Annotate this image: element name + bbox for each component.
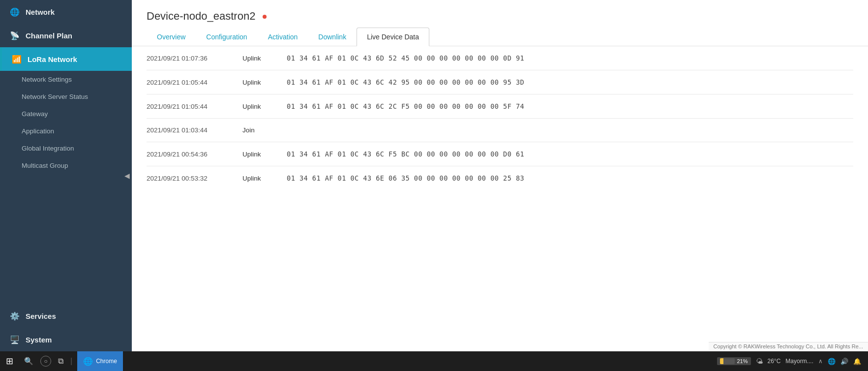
separator: | bbox=[70, 357, 72, 366]
row-payload: 01 34 61 AF 01 0C 43 6D 52 45 00 00 00 0… bbox=[287, 54, 524, 62]
chrome-label: Chrome bbox=[96, 358, 117, 365]
table-row: 2021/09/21 01:05:44Uplink01 34 61 AF 01 … bbox=[147, 70, 853, 94]
channel-plan-icon: 📡 bbox=[10, 31, 20, 40]
battery-fill bbox=[720, 358, 723, 364]
tab-live-device-data[interactable]: Live Device Data bbox=[357, 28, 429, 46]
tabs-bar: Overview Configuration Activation Downli… bbox=[147, 28, 853, 46]
row-type: Uplink bbox=[242, 79, 272, 86]
row-type: Uplink bbox=[242, 151, 272, 158]
table-row: 2021/09/21 00:54:36Uplink01 34 61 AF 01 … bbox=[147, 142, 853, 166]
status-dot bbox=[263, 15, 267, 19]
tab-configuration[interactable]: Configuration bbox=[196, 28, 257, 46]
row-type: Uplink bbox=[242, 175, 272, 182]
row-timestamp: 2021/09/21 01:03:44 bbox=[147, 126, 228, 134]
services-icon: ⚙️ bbox=[10, 311, 20, 321]
table-row: 2021/09/21 00:53:32Uplink01 34 61 AF 01 … bbox=[147, 166, 853, 190]
network-tray-icon: 🌐 bbox=[828, 358, 836, 365]
row-payload: 01 34 61 AF 01 0C 43 6E 06 35 00 00 00 0… bbox=[287, 174, 524, 182]
page-title: Device-nodo_eastron2 bbox=[147, 10, 853, 23]
weather-icon: 🌤 bbox=[756, 357, 763, 365]
row-timestamp: 2021/09/21 01:07:36 bbox=[147, 55, 228, 62]
table-row: 2021/09/21 01:07:36Uplink01 34 61 AF 01 … bbox=[147, 46, 853, 70]
taskbar-start[interactable]: ⊞ bbox=[0, 351, 19, 371]
row-type: Uplink bbox=[242, 103, 272, 110]
tab-downlink[interactable]: Downlink bbox=[308, 28, 357, 46]
task-view-icon[interactable]: ⧉ bbox=[58, 357, 63, 366]
sidebar-collapse-button[interactable]: ◀ bbox=[122, 167, 132, 184]
page-header: Device-nodo_eastron2 Overview Configurat… bbox=[132, 0, 868, 46]
copyright-text: Copyright © RAKWireless Technology Co., … bbox=[709, 342, 868, 350]
sidebar-item-system[interactable]: 🖥️ System bbox=[0, 328, 132, 351]
taskbar: ⊞ 🔍 ○ ⧉ | 🌐 Chrome 21% 🌤 26°C Mayorm....… bbox=[0, 351, 868, 371]
lora-network-icon: 📶 bbox=[12, 54, 22, 64]
sidebar-subitem-multicast-group[interactable]: Multicast Group bbox=[0, 157, 132, 174]
sidebar-item-lora-network[interactable]: 📶 LoRa Network bbox=[0, 47, 132, 71]
network-icon: 🌐 bbox=[10, 7, 20, 17]
table-row: 2021/09/21 01:05:44Uplink01 34 61 AF 01 … bbox=[147, 94, 853, 119]
taskbar-app-chrome[interactable]: 🌐 Chrome bbox=[77, 351, 123, 371]
row-timestamp: 2021/09/21 00:54:36 bbox=[147, 151, 228, 158]
row-payload: 01 34 61 AF 01 0C 43 6C 42 95 00 00 00 0… bbox=[287, 78, 524, 86]
start-icon[interactable]: ⊞ bbox=[6, 356, 13, 367]
table-row: 2021/09/21 01:03:44Join bbox=[147, 119, 853, 142]
system-icon: 🖥️ bbox=[10, 335, 20, 344]
row-timestamp: 2021/09/21 01:05:44 bbox=[147, 103, 228, 110]
battery-bar bbox=[720, 358, 735, 364]
row-payload: 01 34 61 AF 01 0C 43 6C F5 BC 00 00 00 0… bbox=[287, 150, 524, 158]
volume-tray-icon: 🔊 bbox=[840, 358, 848, 365]
sidebar-item-channel-plan[interactable]: 📡 Channel Plan bbox=[0, 24, 132, 47]
temperature: 26°C bbox=[768, 358, 781, 365]
sidebar-item-network[interactable]: 🌐 Network bbox=[0, 0, 132, 24]
tab-activation[interactable]: Activation bbox=[258, 28, 308, 46]
location: Mayorm.... bbox=[785, 358, 813, 365]
sidebar-subitem-network-server-status[interactable]: Network Server Status bbox=[0, 88, 132, 105]
system-tray-arrow[interactable]: ∧ bbox=[818, 358, 823, 365]
battery-indicator: 21% bbox=[717, 357, 750, 365]
battery-percent: 21% bbox=[737, 358, 748, 364]
search-icon[interactable]: 🔍 bbox=[24, 357, 33, 366]
cortana-icon[interactable]: ○ bbox=[40, 356, 51, 367]
taskbar-right: 21% 🌤 26°C Mayorm.... ∧ 🌐 🔊 🔔 bbox=[710, 351, 868, 371]
sidebar-subitem-application[interactable]: Application bbox=[0, 123, 132, 140]
sidebar-subitem-network-settings[interactable]: Network Settings bbox=[0, 71, 132, 88]
taskbar-quick-icons: 🔍 ○ ⧉ | bbox=[19, 351, 77, 371]
sidebar-subitem-global-integration[interactable]: Global Integration bbox=[0, 140, 132, 157]
tab-overview[interactable]: Overview bbox=[147, 28, 196, 46]
sidebar: 🌐 Network 📡 Channel Plan 📶 LoRa Network … bbox=[0, 0, 132, 351]
main-content: Device-nodo_eastron2 Overview Configurat… bbox=[132, 0, 868, 371]
sidebar-subitem-gateway[interactable]: Gateway bbox=[0, 105, 132, 123]
row-type: Uplink bbox=[242, 55, 272, 62]
row-timestamp: 2021/09/21 01:05:44 bbox=[147, 79, 228, 86]
chrome-icon: 🌐 bbox=[83, 357, 93, 366]
sidebar-item-services[interactable]: ⚙️ Services bbox=[0, 304, 132, 328]
row-timestamp: 2021/09/21 00:53:32 bbox=[147, 175, 228, 182]
live-data-table: 2021/09/21 01:07:36Uplink01 34 61 AF 01 … bbox=[132, 46, 868, 371]
notification-icon[interactable]: 🔔 bbox=[853, 358, 861, 365]
row-payload: 01 34 61 AF 01 0C 43 6C 2C F5 00 00 00 0… bbox=[287, 102, 524, 110]
row-type: Join bbox=[242, 126, 272, 134]
